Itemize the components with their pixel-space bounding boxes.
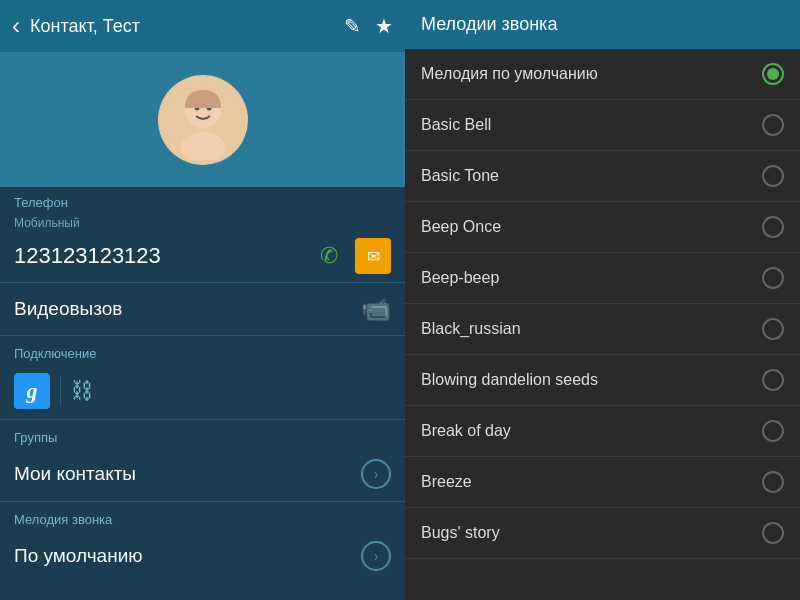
groups-value: Мои контакты bbox=[14, 463, 361, 485]
left-panel: ‹ Контакт, Тест ✎ ★ bbox=[0, 0, 405, 600]
list-item[interactable]: Beep-beep bbox=[405, 253, 800, 304]
phone-row: 123123123123 ✆ ✉ bbox=[0, 232, 405, 280]
ringtone-item-label: Beep-beep bbox=[421, 269, 762, 287]
phone-section-label: Телефон bbox=[0, 187, 405, 214]
message-button[interactable]: ✉ bbox=[355, 238, 391, 274]
google-icon: g bbox=[14, 373, 50, 409]
ringtone-item-label: Breeze bbox=[421, 473, 762, 491]
connection-section-label: Подключение bbox=[0, 338, 405, 365]
list-item[interactable]: Мелодия по умолчанию bbox=[405, 49, 800, 100]
back-button[interactable]: ‹ bbox=[12, 12, 20, 40]
list-item[interactable]: Bugs' story bbox=[405, 508, 800, 559]
ringtone-chevron[interactable]: › bbox=[361, 541, 391, 571]
ringtone-item-label: Bugs' story bbox=[421, 524, 762, 542]
star-icon[interactable]: ★ bbox=[375, 14, 393, 38]
divider-1 bbox=[0, 282, 405, 283]
header-actions: ✎ ★ bbox=[344, 14, 393, 38]
google-letter: g bbox=[27, 378, 38, 404]
radio-button[interactable] bbox=[762, 114, 784, 136]
ringtone-item-label: Beep Once bbox=[421, 218, 762, 236]
phone-icon: ✆ bbox=[320, 243, 338, 269]
radio-button[interactable] bbox=[762, 267, 784, 289]
radio-button[interactable] bbox=[762, 471, 784, 493]
contact-header: ‹ Контакт, Тест ✎ ★ bbox=[0, 0, 405, 52]
back-icon: ‹ bbox=[12, 12, 20, 40]
call-button[interactable]: ✆ bbox=[311, 238, 347, 274]
radio-button[interactable] bbox=[762, 420, 784, 442]
list-item[interactable]: Break of day bbox=[405, 406, 800, 457]
radio-button[interactable] bbox=[762, 318, 784, 340]
connection-divider bbox=[60, 376, 61, 406]
list-item[interactable]: Black_russian bbox=[405, 304, 800, 355]
groups-section-label: Группы bbox=[0, 422, 405, 449]
list-item[interactable]: Basic Tone bbox=[405, 151, 800, 202]
ringtone-item-label: Мелодия по умолчанию bbox=[421, 65, 762, 83]
video-call-label: Видеовызов bbox=[14, 298, 361, 320]
header-title: Контакт, Тест bbox=[30, 16, 334, 37]
list-item[interactable]: Basic Bell bbox=[405, 100, 800, 151]
list-item[interactable]: Breeze bbox=[405, 457, 800, 508]
ringtone-item-label: Basic Bell bbox=[421, 116, 762, 134]
radio-button[interactable] bbox=[762, 63, 784, 85]
video-call-row[interactable]: Видеовызов 📹 bbox=[0, 285, 405, 333]
groups-row[interactable]: Мои контакты › bbox=[0, 449, 405, 499]
link-icon[interactable]: ⛓ bbox=[71, 378, 93, 404]
ringtone-value: По умолчанию bbox=[14, 545, 361, 567]
chevron-right-icon: › bbox=[374, 466, 379, 482]
list-item[interactable]: Beep Once bbox=[405, 202, 800, 253]
ringtone-item-label: Black_russian bbox=[421, 320, 762, 338]
divider-2 bbox=[0, 335, 405, 336]
groups-chevron[interactable]: › bbox=[361, 459, 391, 489]
edit-icon[interactable]: ✎ bbox=[344, 14, 361, 38]
avatar-image bbox=[163, 80, 243, 160]
right-panel: Мелодии звонка Мелодия по умолчаниюBasic… bbox=[405, 0, 800, 600]
list-item[interactable]: Blowing dandelion seeds bbox=[405, 355, 800, 406]
divider-4 bbox=[0, 501, 405, 502]
phone-number: 123123123123 bbox=[14, 243, 311, 269]
contact-photo-area bbox=[0, 52, 405, 187]
radio-button[interactable] bbox=[762, 216, 784, 238]
ringtone-section-label: Мелодия звонка bbox=[0, 504, 405, 531]
chevron-right-icon-2: › bbox=[374, 548, 379, 564]
radio-button[interactable] bbox=[762, 522, 784, 544]
radio-inner bbox=[767, 68, 779, 80]
avatar bbox=[158, 75, 248, 165]
radio-button[interactable] bbox=[762, 369, 784, 391]
ringtone-item-label: Basic Tone bbox=[421, 167, 762, 185]
ringtone-list: Мелодия по умолчаниюBasic BellBasic Tone… bbox=[405, 49, 800, 600]
message-icon: ✉ bbox=[367, 247, 380, 266]
ringtone-dialog-title: Мелодии звонка bbox=[405, 0, 800, 49]
video-icon: 📹 bbox=[361, 295, 391, 323]
phone-action-icons: ✆ ✉ bbox=[311, 238, 391, 274]
divider-3 bbox=[0, 419, 405, 420]
radio-button[interactable] bbox=[762, 165, 784, 187]
ringtone-item-label: Break of day bbox=[421, 422, 762, 440]
connection-row: g ⛓ bbox=[0, 365, 405, 417]
phone-type-label: Мобильный bbox=[0, 214, 405, 232]
ringtone-row[interactable]: По умолчанию › bbox=[0, 531, 405, 581]
ringtone-item-label: Blowing dandelion seeds bbox=[421, 371, 762, 389]
